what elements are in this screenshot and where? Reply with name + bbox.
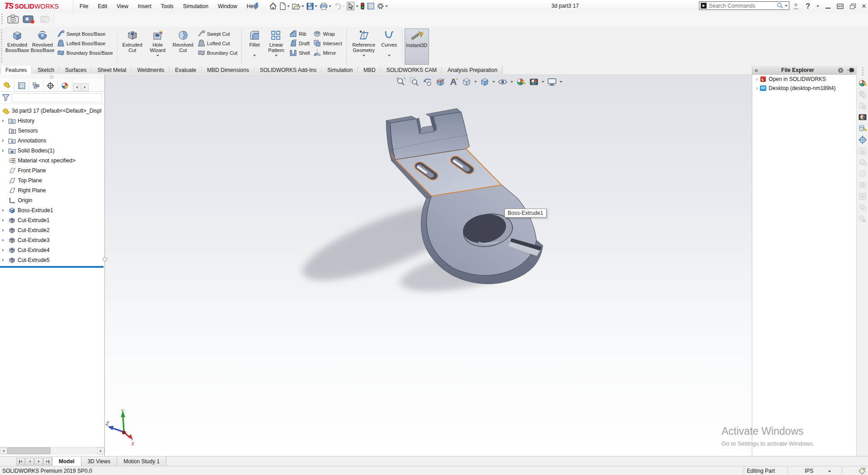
- tab-display-manager[interactable]: [58, 80, 72, 91]
- menu-window[interactable]: Window: [218, 3, 237, 10]
- linear-pattern-button[interactable]: Linear Pattern: [265, 28, 288, 65]
- tab-solidworks-cam[interactable]: SOLIDWORKS CAM: [381, 66, 442, 74]
- extruded-boss-base-button[interactable]: Extruded Boss/Base: [5, 28, 30, 65]
- expand-icon[interactable]: [2, 239, 4, 242]
- record-camera-icon[interactable]: [23, 14, 34, 24]
- tab-property-manager[interactable]: [14, 80, 29, 91]
- reference-geometry-button[interactable]: Reference Geometry: [349, 28, 379, 65]
- task-pane-pin-icon[interactable]: [847, 67, 854, 73]
- menu-tools[interactable]: Tools: [161, 3, 174, 10]
- fillet-caret[interactable]: [253, 55, 256, 57]
- strip-grip[interactable]: [862, 67, 863, 76]
- edit-appearance-icon[interactable]: [858, 79, 867, 88]
- print-button[interactable]: [319, 2, 332, 10]
- select-tool-button[interactable]: [347, 2, 354, 10]
- curves-caret[interactable]: [388, 55, 391, 57]
- render-preview-icon[interactable]: [858, 158, 867, 167]
- hole-wizard-button[interactable]: Hole Wizard: [145, 28, 170, 65]
- user-account-icon[interactable]: [793, 3, 799, 10]
- tree-item-cut-extrude3[interactable]: Cut-Extrude3: [0, 235, 104, 245]
- lofted-boss-base-button[interactable]: Lofted Boss/Base: [55, 38, 115, 48]
- tree-item-cut-extrude1[interactable]: Cut-Extrude1: [0, 215, 104, 225]
- settings-gear-icon[interactable]: [376, 2, 388, 10]
- screenshot-camera-icon[interactable]: [7, 14, 19, 24]
- shell-button[interactable]: Shell: [288, 48, 311, 57]
- open-document-button[interactable]: [292, 2, 305, 10]
- tree-item-cut-extrude5[interactable]: Cut-Extrude5: [0, 255, 104, 265]
- lofted-cut-button[interactable]: Lofted Cut: [196, 38, 239, 48]
- tab-surfaces[interactable]: Surfaces: [60, 66, 92, 74]
- tab-3d-views[interactable]: 3D Views: [81, 456, 117, 466]
- help-icon[interactable]: ?: [806, 2, 810, 10]
- tab-feature-manager[interactable]: [0, 79, 14, 91]
- menu-edit[interactable]: Edit: [98, 3, 107, 10]
- tag-icon[interactable]: [858, 467, 866, 475]
- units-selector[interactable]: IPS: [805, 468, 813, 474]
- tree-item-cut-extrude2[interactable]: Cut-Extrude2: [0, 225, 104, 235]
- previous-study-button[interactable]: [25, 458, 34, 466]
- expand-icon[interactable]: [2, 249, 4, 252]
- menu-file[interactable]: File: [80, 3, 88, 10]
- restore-button[interactable]: [850, 4, 855, 9]
- render-stats-icon[interactable]: [858, 214, 867, 223]
- render-region-icon[interactable]: [858, 180, 867, 190]
- tab-sheet-metal[interactable]: Sheet Metal: [92, 66, 132, 74]
- minimize-button[interactable]: [826, 8, 830, 9]
- fillet-button[interactable]: Fillet: [244, 28, 265, 65]
- tab-sketch[interactable]: Sketch: [32, 66, 60, 74]
- panel-tab-scroll-right[interactable]: [81, 83, 89, 91]
- menu-simulation[interactable]: Simulation: [183, 3, 208, 10]
- search-scope-caret[interactable]: [785, 5, 788, 7]
- units-caret[interactable]: [828, 470, 831, 472]
- mirror-button[interactable]: Mirror: [311, 48, 344, 57]
- menu-view[interactable]: View: [117, 3, 128, 10]
- tree-root[interactable]: 3d part3 17 (Default<<Default>_Displ: [0, 106, 104, 116]
- tree-horizontal-scrollbar[interactable]: [0, 447, 104, 455]
- save-button[interactable]: [306, 2, 318, 10]
- tab-dimxpert-manager[interactable]: [43, 80, 58, 91]
- stretch-button[interactable]: [837, 4, 844, 9]
- undo-button[interactable]: [333, 2, 345, 10]
- scroll-left-button[interactable]: [0, 447, 7, 454]
- filter-input[interactable]: [12, 93, 102, 102]
- select-tool-caret[interactable]: [356, 5, 359, 7]
- tab-model[interactable]: Model: [52, 456, 81, 466]
- tab-weldments[interactable]: Weldments: [132, 66, 170, 74]
- paste-appearance-icon[interactable]: [858, 101, 867, 110]
- expand-icon[interactable]: [2, 149, 4, 152]
- swept-cut-button[interactable]: Swept Cut: [196, 29, 239, 38]
- toolbar-grip[interactable]: [1, 14, 3, 25]
- model-3d-part[interactable]: [105, 74, 752, 456]
- expand-icon[interactable]: [2, 139, 4, 142]
- apply-scene-icon[interactable]: [858, 113, 867, 122]
- instant3d-button[interactable]: Instant3D: [405, 28, 429, 65]
- task-pane-gear-icon[interactable]: [837, 67, 844, 74]
- expand-icon[interactable]: [2, 119, 4, 122]
- recall-render-icon[interactable]: [858, 192, 867, 201]
- options-list-icon[interactable]: [367, 2, 375, 10]
- magnifier-icon[interactable]: [777, 2, 783, 9]
- rib-button[interactable]: Rib: [288, 29, 311, 38]
- swept-boss-base-button[interactable]: Swept Boss/Base: [55, 29, 115, 38]
- help-caret[interactable]: [816, 5, 819, 7]
- tree-item-sensors[interactable]: Sensors: [0, 126, 104, 136]
- tree-item-boss-extrude1[interactable]: Boss-Extrude1: [0, 205, 104, 215]
- expand-icon[interactable]: [2, 229, 4, 232]
- tree-item-history[interactable]: History: [0, 116, 104, 126]
- close-button[interactable]: ×: [862, 2, 866, 11]
- boundary-boss-base-button[interactable]: Boundary Boss/Base: [55, 48, 115, 57]
- filter-funnel-icon[interactable]: [2, 94, 10, 101]
- reference-geometry-caret[interactable]: [363, 55, 365, 57]
- last-study-button[interactable]: [43, 458, 52, 466]
- hole-wizard-caret[interactable]: [156, 55, 159, 57]
- preview-window-icon[interactable]: [858, 147, 867, 156]
- panel-resize-grip[interactable]: [103, 257, 107, 261]
- scroll-right-button[interactable]: [97, 447, 104, 454]
- tree-item-origin[interactable]: Origin: [0, 195, 104, 205]
- menu-insert[interactable]: Insert: [138, 3, 151, 10]
- tab-configuration-manager[interactable]: [29, 80, 43, 91]
- tree-item-top-plane[interactable]: Top Plane: [0, 176, 104, 185]
- tree-item-right-plane[interactable]: Right Plane: [0, 185, 104, 195]
- copy-appearance-icon[interactable]: [858, 90, 867, 99]
- tab-features[interactable]: Features: [0, 66, 32, 74]
